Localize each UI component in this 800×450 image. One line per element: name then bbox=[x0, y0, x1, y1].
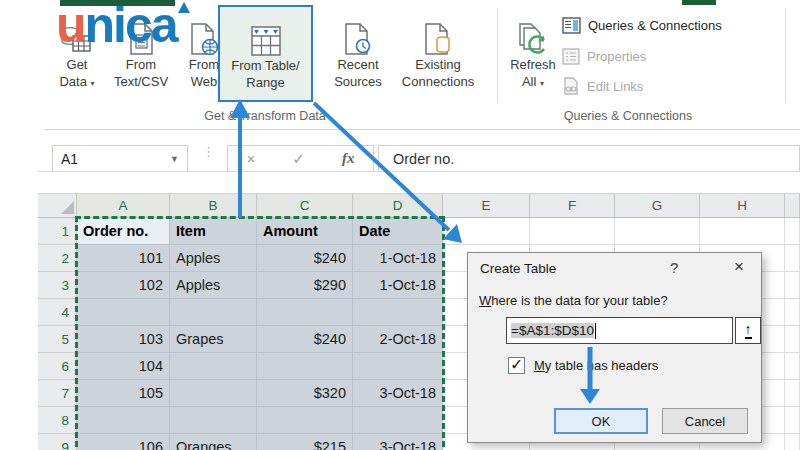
formula-enter-icon[interactable]: ✓ bbox=[292, 150, 305, 168]
row-header-3[interactable]: 3 bbox=[38, 272, 77, 299]
cell-partial[interactable] bbox=[785, 434, 800, 450]
formula-bar-handle[interactable]: ⋮ bbox=[202, 148, 215, 155]
edit-links-button[interactable]: Edit Links bbox=[562, 73, 643, 99]
cell-partial[interactable] bbox=[785, 218, 800, 245]
collapse-dialog-button[interactable]: ↑ bbox=[735, 317, 761, 344]
cell-A2[interactable]: 101 bbox=[77, 245, 170, 272]
cell-C8[interactable] bbox=[257, 407, 353, 434]
cell-C4[interactable] bbox=[257, 299, 353, 326]
formula-cancel-icon[interactable]: × bbox=[247, 150, 256, 167]
cell-G1[interactable] bbox=[615, 218, 700, 245]
cell-B1[interactable]: Item bbox=[170, 218, 257, 245]
cell-partial[interactable] bbox=[785, 326, 800, 353]
cell-C7[interactable]: $320 bbox=[257, 380, 353, 407]
cell-C9[interactable]: $215 bbox=[257, 434, 353, 450]
formula-bar-input[interactable]: Order no. bbox=[378, 145, 800, 172]
from-table-range-label-1: From Table/ bbox=[220, 57, 311, 74]
cell-B4[interactable] bbox=[170, 299, 257, 326]
cell-E1[interactable] bbox=[443, 218, 530, 245]
get-data-button[interactable]: Get Data ▾ bbox=[44, 6, 110, 102]
table-range-input[interactable]: =$A$1:$D$10 bbox=[506, 317, 733, 344]
cell-A1[interactable]: Order no. bbox=[77, 218, 170, 245]
my-table-has-headers-checkbox[interactable]: ✓ My table has headers bbox=[508, 357, 658, 374]
from-text-csv-button[interactable]: From Text/CSV bbox=[105, 6, 177, 102]
column-header-F[interactable]: F bbox=[530, 193, 615, 218]
cell-B5[interactable]: Grapes bbox=[170, 326, 257, 353]
column-header-H[interactable]: H bbox=[700, 193, 785, 218]
cell-D4[interactable] bbox=[353, 299, 443, 326]
queries-connections-button[interactable]: Queries & Connections bbox=[562, 12, 722, 38]
cell-A5[interactable]: 103 bbox=[77, 326, 170, 353]
dialog-close-icon[interactable]: × bbox=[726, 257, 752, 277]
cell-D5[interactable]: 2-Oct-18 bbox=[353, 326, 443, 353]
cell-B3[interactable]: Apples bbox=[170, 272, 257, 299]
row-header-9[interactable]: 9 bbox=[38, 434, 77, 450]
cell-A7[interactable]: 105 bbox=[77, 380, 170, 407]
cell-partial[interactable] bbox=[785, 245, 800, 272]
cell-H1[interactable] bbox=[700, 218, 785, 245]
insert-function-icon[interactable]: fx bbox=[342, 150, 355, 167]
row-header-4[interactable]: 4 bbox=[38, 299, 77, 326]
ribbon-bottom-border bbox=[45, 129, 800, 130]
cell-B8[interactable] bbox=[170, 407, 257, 434]
dialog-help-icon[interactable]: ? bbox=[670, 259, 678, 276]
from-table-range-button[interactable]: From Table/ Range bbox=[218, 5, 313, 102]
cancel-button[interactable]: Cancel bbox=[662, 408, 748, 434]
name-box[interactable]: A1 ▼ bbox=[52, 145, 188, 172]
checkbox-label: My table has headers bbox=[534, 358, 658, 373]
cell-partial[interactable] bbox=[785, 353, 800, 380]
recent-sources-icon bbox=[325, 6, 391, 56]
row-header-8[interactable]: 8 bbox=[38, 407, 77, 434]
ok-button[interactable]: OK bbox=[554, 408, 648, 434]
cell-C6[interactable] bbox=[257, 353, 353, 380]
cell-C3[interactable]: $290 bbox=[257, 272, 353, 299]
checkmark-icon: ✓ bbox=[510, 355, 523, 374]
column-header-B[interactable]: B bbox=[170, 193, 257, 218]
cell-B6[interactable] bbox=[170, 353, 257, 380]
cell-D6[interactable] bbox=[353, 353, 443, 380]
refresh-all-button[interactable]: Refresh All ▾ bbox=[505, 6, 561, 102]
column-header-G[interactable]: G bbox=[615, 193, 700, 218]
checkbox-box[interactable]: ✓ bbox=[508, 357, 525, 374]
refresh-all-label-1: Refresh bbox=[505, 56, 561, 73]
existing-connections-button[interactable]: Existing Connections bbox=[395, 6, 481, 102]
cell-partial[interactable] bbox=[785, 299, 800, 326]
cell-D3[interactable]: 1-Oct-18 bbox=[353, 272, 443, 299]
row-header-2[interactable]: 2 bbox=[38, 245, 77, 272]
column-header-partial[interactable] bbox=[785, 193, 800, 218]
cell-F1[interactable] bbox=[530, 218, 615, 245]
text-csv-file-icon bbox=[105, 6, 177, 56]
row-header-7[interactable]: 7 bbox=[38, 380, 77, 407]
cell-B9[interactable]: Oranges bbox=[170, 434, 257, 450]
select-all-corner[interactable] bbox=[38, 193, 77, 218]
recent-sources-button[interactable]: Recent Sources bbox=[325, 6, 391, 102]
formula-buttons: × ✓ fx bbox=[227, 145, 374, 172]
cell-D2[interactable]: 1-Oct-18 bbox=[353, 245, 443, 272]
column-header-C[interactable]: C bbox=[257, 193, 353, 218]
cell-C2[interactable]: $240 bbox=[257, 245, 353, 272]
cell-partial[interactable] bbox=[785, 380, 800, 407]
row-header-6[interactable]: 6 bbox=[38, 353, 77, 380]
cell-D1[interactable]: Date bbox=[353, 218, 443, 245]
cell-B2[interactable]: Apples bbox=[170, 245, 257, 272]
cell-C5[interactable]: $240 bbox=[257, 326, 353, 353]
row-header-5[interactable]: 5 bbox=[38, 326, 77, 353]
cell-A9[interactable]: 106 bbox=[77, 434, 170, 450]
properties-button[interactable]: Properties bbox=[562, 43, 646, 69]
cell-D8[interactable] bbox=[353, 407, 443, 434]
cell-A6[interactable]: 104 bbox=[77, 353, 170, 380]
column-header-D[interactable]: D bbox=[353, 193, 443, 218]
cell-A3[interactable]: 102 bbox=[77, 272, 170, 299]
cell-partial[interactable] bbox=[785, 407, 800, 434]
cell-C1[interactable]: Amount bbox=[257, 218, 353, 245]
column-header-E[interactable]: E bbox=[443, 193, 530, 218]
cell-A4[interactable] bbox=[77, 299, 170, 326]
cell-B7[interactable] bbox=[170, 380, 257, 407]
cell-D9[interactable]: 3-Oct-18 bbox=[353, 434, 443, 450]
column-header-A[interactable]: A bbox=[77, 193, 170, 218]
name-box-dropdown-icon[interactable]: ▼ bbox=[170, 154, 179, 164]
row-header-1[interactable]: 1 bbox=[38, 218, 77, 245]
cell-A8[interactable] bbox=[77, 407, 170, 434]
cell-partial[interactable] bbox=[785, 272, 800, 299]
cell-D7[interactable]: 3-Oct-18 bbox=[353, 380, 443, 407]
